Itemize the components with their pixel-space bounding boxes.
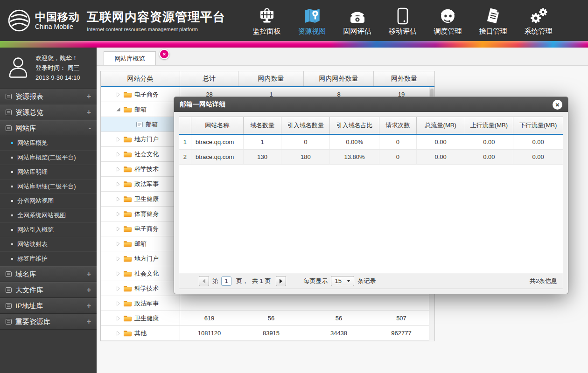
folder-icon xyxy=(124,181,132,187)
tree-expand-icon[interactable] xyxy=(115,286,121,291)
sidebar-group-key-resource[interactable]: 重要资源库+ xyxy=(0,314,97,330)
detail-value-cell: 0.00 xyxy=(465,135,514,149)
value-cell xyxy=(374,296,429,311)
tab-close-icon[interactable]: × xyxy=(159,49,169,59)
nav-item-system[interactable]: 系统管理 xyxy=(516,5,561,36)
records-summary: 共2条信息 xyxy=(530,277,557,285)
brand-names: 中国移动 China Mobile xyxy=(35,11,80,30)
detail-table-row[interactable]: 2btrace.qq.com13018013.80%00.000.000.00 xyxy=(179,150,563,165)
per-page-label: 每页显示 xyxy=(303,277,328,285)
sidebar-group-domain-lib[interactable]: 域名库+ xyxy=(0,266,97,282)
table-row[interactable]: 其他10811208391534438962777 xyxy=(101,326,434,341)
bullet-icon xyxy=(11,258,13,260)
tree-cell: 电子商务 xyxy=(101,87,180,102)
next-page-button[interactable] xyxy=(276,276,286,286)
nav-item-dispatch[interactable]: 调度管理 xyxy=(425,5,470,36)
sidebar-item-网站库明细(二级平台)[interactable]: 网站库明细(二级平台) xyxy=(0,180,97,194)
china-mobile-logo-icon xyxy=(7,9,31,32)
tree-expand-icon[interactable] xyxy=(115,152,121,157)
detail-value-cell: 0.00% xyxy=(330,135,379,149)
sidebar-item-网站库概览(二级平台)[interactable]: 网站库概览(二级平台) xyxy=(0,151,97,165)
tab-website-lib-overview[interactable]: 网站库概览 × xyxy=(104,51,156,65)
tree-expand-icon[interactable] xyxy=(115,196,121,202)
category-column-header: 网外数量 xyxy=(374,71,434,86)
nav-item-dashboard[interactable]: 监控面板 xyxy=(244,5,289,36)
sidebar-item-网站库明细[interactable]: 网站库明细 xyxy=(0,165,97,180)
per-page-select[interactable]: 15 xyxy=(331,276,354,286)
modal-body: 网站名称域名数量引入域名数量引入域名占比请求次数总流量(MB)上行流量(MB)下… xyxy=(179,117,563,289)
tree-cell: 卫生健康 xyxy=(101,192,180,206)
avatar-icon xyxy=(6,55,31,82)
sidebar-item-分省网站视图[interactable]: 分省网站视图 xyxy=(0,194,97,208)
tree-expand-icon[interactable] xyxy=(115,241,121,247)
tree-expand-icon[interactable] xyxy=(115,226,121,232)
category-label: 社会文化 xyxy=(134,269,159,278)
folder-icon xyxy=(124,270,132,277)
tree-expand-icon[interactable] xyxy=(115,331,121,336)
sidebar-item-网站引入概览[interactable]: 网站引入概览 xyxy=(0,223,97,237)
page-number-input[interactable] xyxy=(221,276,231,286)
sidebar-group-resource-report[interactable]: 资源报表+ xyxy=(0,89,97,104)
tree-expand-icon[interactable] xyxy=(115,271,121,276)
platform-subtitle: Internet content resources management pl… xyxy=(87,27,225,32)
nav-item-mobile-eval[interactable]: 移动评估 xyxy=(380,5,425,36)
expand-icon: + xyxy=(87,286,91,294)
tree-expand-icon[interactable] xyxy=(115,181,121,187)
tab-strip: 网站库概览 × xyxy=(97,48,588,66)
sidebar-item-标签库维护[interactable]: 标签库维护 xyxy=(0,252,97,266)
sidebar-group-ip-lib[interactable]: IP地址库+ xyxy=(0,298,97,314)
login-time-label: 登录时间： 周三 xyxy=(35,63,80,73)
sidebar-group-bigfile-lib[interactable]: 大文件库+ xyxy=(0,282,97,298)
user-info: 欢迎您，魏华！ 登录时间： 周三 2013-9-30 14:10 xyxy=(35,53,80,83)
category-label: 其他 xyxy=(134,329,147,338)
folder-icon xyxy=(124,330,132,337)
sidebar-item-网站映射表[interactable]: 网站映射表 xyxy=(0,237,97,252)
nav-item-map[interactable]: 资源视图 xyxy=(289,5,335,36)
detail-table-row[interactable]: 1btrace.qq.com100.00%00.000.000.00 xyxy=(179,135,563,150)
value-cell: 1081120 xyxy=(180,326,238,340)
tree-expand-icon[interactable] xyxy=(115,166,121,172)
table-row[interactable]: 政法军事 xyxy=(101,296,434,311)
close-icon[interactable]: × xyxy=(553,100,562,110)
brand-name-en: China Mobile xyxy=(35,23,80,30)
menu-doc-icon xyxy=(6,110,12,115)
category-column-header: 网站分类 xyxy=(101,71,180,86)
tree-cell: 科学技术 xyxy=(101,281,180,296)
sidebar-item-全网系统网站视图[interactable]: 全网系统网站视图 xyxy=(0,208,97,223)
tree-cell: 政法军事 xyxy=(101,296,180,311)
caret-down-icon xyxy=(347,280,350,282)
prev-page-button[interactable] xyxy=(199,276,209,286)
nav-item-label: 移动评估 xyxy=(380,27,425,36)
tree-collapse-icon[interactable] xyxy=(115,107,121,112)
detail-value-cell: 1 xyxy=(179,135,191,149)
sidebar-group-label: 域名库 xyxy=(15,270,36,279)
nav-item-label: 固网评估 xyxy=(335,27,380,36)
expand-icon: + xyxy=(87,108,91,117)
site-name-cell: btrace.qq.com xyxy=(191,150,244,164)
tree-expand-icon[interactable] xyxy=(115,211,121,217)
tree-expand-icon[interactable] xyxy=(115,92,121,97)
tree-expand-icon[interactable] xyxy=(115,301,121,306)
sidebar-item-label: 分省网站视图 xyxy=(17,197,54,205)
category-label: 邮箱 xyxy=(134,105,147,114)
menu-doc-icon xyxy=(6,94,12,99)
tree-expand-icon[interactable] xyxy=(115,316,121,321)
sidebar-group-resource-overview[interactable]: 资源总览+ xyxy=(0,104,97,120)
folder-icon xyxy=(124,151,132,158)
nav-item-interface[interactable]: 接口管理 xyxy=(470,5,516,36)
chevron-left-icon xyxy=(203,279,205,283)
tree-expand-icon[interactable] xyxy=(115,137,121,142)
tree-cell: 电子商务 xyxy=(101,221,180,236)
table-row[interactable]: 卫生健康6195656507 xyxy=(101,311,434,326)
tree-expand-icon[interactable] xyxy=(115,256,121,262)
sidebar-item-网站库概览[interactable]: 网站库概览 xyxy=(0,136,97,151)
sidebar-group-website-lib[interactable]: 网站库- xyxy=(0,120,97,136)
sidebar: 欢迎您，魏华！ 登录时间： 周三 2013-9-30 14:10 资源报表+资源… xyxy=(0,48,97,373)
folder-icon xyxy=(124,226,132,232)
nav-item-fixed-eval[interactable]: 固网评估 xyxy=(335,5,380,36)
detail-value-cell: 0 xyxy=(379,150,417,164)
detail-column-header: 引入域名数量 xyxy=(281,117,330,134)
collapse-icon: - xyxy=(89,124,91,132)
app-window: 中国移动 China Mobile 互联网内容资源管理平台 Internet c… xyxy=(0,0,588,373)
expand-icon: + xyxy=(87,302,91,310)
